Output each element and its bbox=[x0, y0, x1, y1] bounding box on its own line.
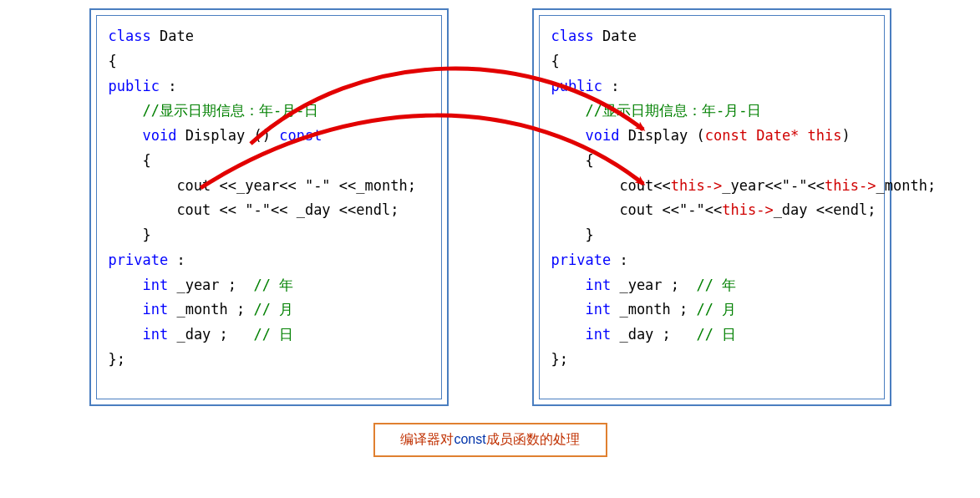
caption-const: const bbox=[454, 432, 485, 446]
kw-void: void bbox=[585, 127, 619, 144]
colon: : bbox=[160, 78, 176, 94]
kw-int: int bbox=[142, 277, 168, 293]
right-panel-outer: class Date { public : //显示日期信息：年-月-日 voi… bbox=[532, 8, 891, 406]
panels-container: class Date { public : //显示日期信息：年-月-日 voi… bbox=[8, 8, 972, 406]
kw-int: int bbox=[142, 326, 168, 343]
kw-int: int bbox=[585, 277, 611, 293]
brace-open: { bbox=[551, 53, 560, 69]
this-ptr: this-> bbox=[671, 177, 722, 194]
comment-day: // 日 bbox=[254, 326, 294, 343]
comment-header: //显示日期信息：年-月-日 bbox=[551, 102, 762, 119]
kw-class: class bbox=[109, 28, 151, 44]
member-month: _month ; bbox=[168, 301, 253, 318]
cout-1c: _month; bbox=[876, 177, 936, 194]
colon: : bbox=[168, 252, 185, 268]
kw-class: class bbox=[551, 28, 594, 44]
kw-int: int bbox=[585, 301, 611, 318]
member-month: _month ; bbox=[611, 301, 696, 318]
caption-box: 编译器对const成员函数的处理 bbox=[373, 423, 607, 457]
member-year: _year ; bbox=[168, 277, 253, 293]
indent bbox=[551, 301, 586, 318]
kw-public: public bbox=[109, 78, 160, 94]
kw-private: private bbox=[109, 252, 169, 268]
brace-end: }; bbox=[109, 351, 125, 368]
kw-void: void bbox=[142, 127, 176, 144]
brace-end: }; bbox=[551, 351, 568, 368]
class-name: Date bbox=[594, 28, 637, 44]
this-ptr: this-> bbox=[825, 177, 876, 194]
comment-header: //显示日期信息：年-月-日 bbox=[109, 102, 319, 119]
brace-open: { bbox=[109, 53, 117, 69]
left-panel-inner: class Date { public : //显示日期信息：年-月-日 voi… bbox=[96, 15, 442, 399]
comment-year: // 年 bbox=[697, 277, 737, 293]
cout-line-1: cout <<_year<< "-" <<_month; bbox=[109, 177, 416, 194]
right-panel-inner: class Date { public : //显示日期信息：年-月-日 voi… bbox=[539, 15, 885, 399]
colon: : bbox=[602, 78, 619, 94]
indent bbox=[551, 127, 586, 144]
comment-year: // 年 bbox=[254, 277, 294, 293]
kw-int: int bbox=[585, 326, 611, 343]
kw-const: const bbox=[279, 127, 322, 144]
indent bbox=[109, 326, 143, 343]
comment-day: // 日 bbox=[697, 326, 737, 343]
cout-2a: cout <<"-"<< bbox=[551, 201, 723, 218]
indent bbox=[551, 326, 586, 343]
brace-open: { bbox=[109, 152, 151, 169]
indent bbox=[551, 277, 586, 293]
comment-month: // 月 bbox=[697, 301, 737, 318]
member-day: _day ; bbox=[611, 326, 696, 343]
colon: : bbox=[611, 252, 627, 268]
left-code: class Date { public : //显示日期信息：年-月-日 voi… bbox=[109, 24, 429, 373]
fn-display: Display () bbox=[176, 127, 279, 144]
kw-private: private bbox=[551, 252, 612, 268]
member-year: _year ; bbox=[611, 277, 696, 293]
indent bbox=[109, 277, 143, 293]
indent bbox=[109, 127, 143, 144]
param-const-this: const Date* this bbox=[705, 127, 842, 144]
member-day: _day ; bbox=[168, 326, 253, 343]
fn-display-open: Display ( bbox=[619, 127, 704, 144]
brace-open: { bbox=[551, 152, 594, 169]
caption-text-2: 成员函数的处理 bbox=[486, 432, 580, 446]
this-ptr: this-> bbox=[722, 201, 773, 218]
cout-2b: _day <<endl; bbox=[774, 201, 876, 218]
cout-line-2: cout << "-"<< _day <<endl; bbox=[109, 201, 399, 218]
kw-int: int bbox=[142, 301, 168, 318]
class-name: Date bbox=[151, 28, 194, 44]
cout-1b: _year<<"-"<< bbox=[722, 177, 825, 194]
caption-text-1: 编译器对 bbox=[400, 432, 454, 446]
left-panel-outer: class Date { public : //显示日期信息：年-月-日 voi… bbox=[89, 8, 449, 406]
indent bbox=[109, 301, 143, 318]
right-code: class Date { public : //显示日期信息：年-月-日 voi… bbox=[551, 24, 872, 373]
brace-close: } bbox=[109, 226, 151, 243]
comment-month: // 月 bbox=[254, 301, 294, 318]
fn-display-close: ) bbox=[842, 127, 851, 144]
brace-close: } bbox=[551, 226, 594, 243]
cout-1a: cout<< bbox=[551, 177, 671, 194]
kw-public: public bbox=[551, 78, 602, 94]
